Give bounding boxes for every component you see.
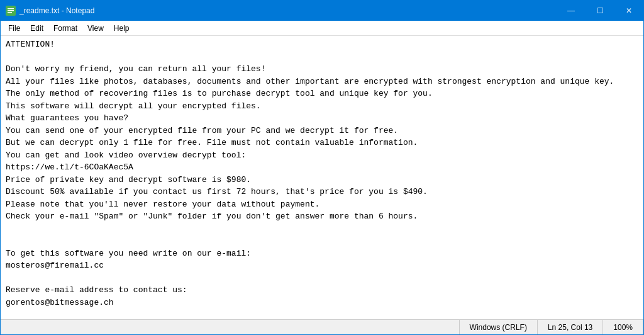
close-button[interactable]: ✕ <box>614 1 643 21</box>
title-bar: _readme.txt - Notepad — ☐ ✕ <box>1 1 643 21</box>
svg-rect-1 <box>8 8 14 9</box>
text-editor[interactable]: ATTENTION! Don't worry my friend, you ca… <box>1 36 643 319</box>
status-zoom: 100% <box>603 320 643 334</box>
svg-rect-3 <box>8 12 12 13</box>
status-bar: Windows (CRLF) Ln 25, Col 13 100% <box>1 319 643 334</box>
notepad-window: _readme.txt - Notepad — ☐ ✕ File Edit Fo… <box>0 0 644 335</box>
app-icon <box>6 6 16 16</box>
status-empty <box>1 320 460 334</box>
window-controls: — ☐ ✕ <box>557 1 643 21</box>
menu-bar: File Edit Format View Help <box>1 21 643 36</box>
maximize-button[interactable]: ☐ <box>586 1 614 21</box>
menu-file[interactable]: File <box>3 23 25 34</box>
content-area: ATTENTION! Don't worry my friend, you ca… <box>1 36 643 319</box>
status-encoding: Windows (CRLF) <box>460 320 538 334</box>
status-line-col: Ln 25, Col 13 <box>538 320 603 334</box>
menu-format[interactable]: Format <box>48 23 82 34</box>
menu-view[interactable]: View <box>82 23 109 34</box>
menu-edit[interactable]: Edit <box>25 23 48 34</box>
minimize-button[interactable]: — <box>557 1 586 21</box>
title-bar-left: _readme.txt - Notepad <box>6 6 94 16</box>
window-title: _readme.txt - Notepad <box>19 6 94 15</box>
svg-rect-2 <box>8 10 14 11</box>
menu-help[interactable]: Help <box>109 23 135 34</box>
